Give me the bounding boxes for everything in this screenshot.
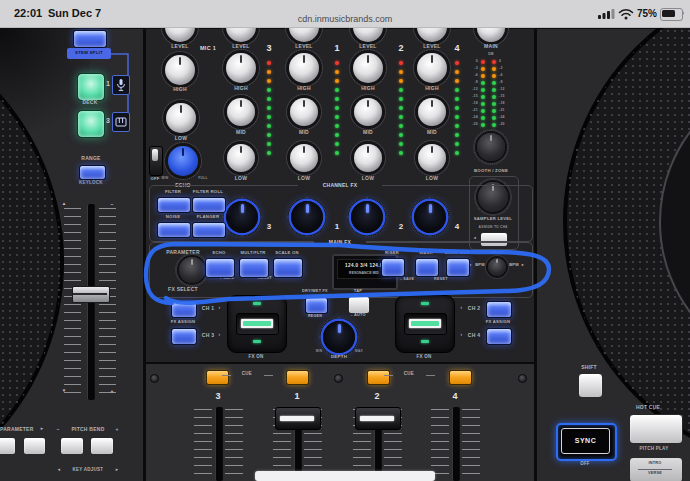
cue-button-2[interactable] <box>286 370 309 385</box>
fx-assign-ch1-button[interactable] <box>171 301 197 318</box>
channel-3-low-knob[interactable] <box>227 144 255 172</box>
eq-label: LEVEL <box>284 44 324 49</box>
fx-assign-ch3-button[interactable] <box>171 328 197 345</box>
booth-zone-knob[interactable] <box>477 133 505 161</box>
shift-button[interactable] <box>578 373 603 398</box>
main-fx-button-wash[interactable] <box>415 258 439 277</box>
shift-label: SHIFT <box>577 365 601 370</box>
mic-echo-knob[interactable] <box>168 146 198 176</box>
fader-number: 2 <box>369 392 385 401</box>
main-meter-led <box>481 116 485 120</box>
channel-2-high-knob[interactable] <box>353 53 383 83</box>
fx-on-paddle-left[interactable] <box>227 295 287 353</box>
channel-fader-3[interactable] <box>215 407 223 481</box>
meter-scale-label: -9 <box>466 81 478 85</box>
auto-label: – AUTO <box>344 314 372 318</box>
pitch-bend-minus-button[interactable] <box>60 437 84 455</box>
mic-high-knob[interactable] <box>165 55 195 85</box>
channel-fx-title: CHANNEL FX <box>298 183 382 188</box>
main-fx-title: MAIN FX <box>314 240 366 245</box>
deck-pad-1[interactable] <box>77 73 105 101</box>
meter-scale-label: -15 <box>466 95 478 99</box>
meter-scale-label: -6 <box>499 74 511 78</box>
parameter-right-button[interactable] <box>23 437 46 455</box>
channel-1-high-knob[interactable] <box>289 53 319 83</box>
dry-wet-fx-button[interactable] <box>305 297 328 314</box>
beat-knob[interactable] <box>488 258 506 276</box>
channel-fx-number: 3 <box>264 223 274 231</box>
range-button[interactable] <box>79 165 106 180</box>
channel-meter-led <box>335 133 339 137</box>
main-meter-led <box>481 60 485 64</box>
channel-3-high-knob[interactable] <box>226 53 256 83</box>
fader-handle[interactable] <box>355 407 401 430</box>
main-fx-button-echo[interactable] <box>205 258 235 278</box>
ch3-label: CH 3 <box>199 333 217 338</box>
pitch-fader-handle[interactable] <box>72 286 110 303</box>
eq-label: HIGH <box>221 86 261 91</box>
channel-fx-button-noise[interactable] <box>157 222 191 238</box>
main-meter-led <box>492 81 496 85</box>
main-fx-button-riser[interactable] <box>381 258 405 277</box>
channel-meter-led <box>455 151 459 155</box>
channel-2-mid-knob[interactable] <box>354 98 382 126</box>
deck-pad-1-number: 1 <box>104 80 112 87</box>
channel-2-low-knob[interactable] <box>354 144 382 172</box>
panel-seam <box>146 362 534 364</box>
dry-wet-fx-label: DRY/WET FX <box>293 290 337 294</box>
channel-4-mid-knob[interactable] <box>418 98 446 126</box>
channel-fx-button-flanger[interactable] <box>192 222 226 238</box>
ch2-arrow: ‹ <box>459 305 464 310</box>
fx-select-knob[interactable] <box>179 257 205 283</box>
pitch-bend-label: PITCH BEND <box>62 427 114 432</box>
crossfader-area[interactable] <box>255 471 435 481</box>
fx-assign-ch2-button[interactable] <box>486 301 512 318</box>
channel-3-mid-knob[interactable] <box>227 98 255 126</box>
channel-meter-led <box>399 142 403 146</box>
screw <box>518 374 527 383</box>
fx-on-label-left: FX ON <box>241 355 271 360</box>
deck-pad-3[interactable] <box>77 110 105 138</box>
channel-fx-button-filter-roll[interactable] <box>192 197 226 213</box>
fx-on-paddle-right[interactable] <box>395 295 455 353</box>
channel-fx-knob-2[interactable] <box>351 201 383 233</box>
meter-scale-label: -12 <box>499 88 511 92</box>
keyboard-mode-icon[interactable] <box>112 112 130 132</box>
hot-cue-button[interactable] <box>629 414 683 444</box>
channel-1-mid-knob[interactable] <box>290 98 318 126</box>
parameter-left-button[interactable] <box>0 437 16 455</box>
intro-verse-button[interactable]: INTRO VERSE <box>629 457 683 481</box>
url-text[interactable]: cdn.inmusicbrands.com <box>0 14 690 24</box>
mic-mode-icon[interactable] <box>112 75 130 95</box>
channel-meter-led <box>267 70 271 74</box>
fader-ticks <box>225 409 243 479</box>
mic-low-knob[interactable] <box>166 103 196 133</box>
channel-4-high-knob[interactable] <box>417 53 447 83</box>
channel-1-low-knob[interactable] <box>290 144 318 172</box>
channel-4-low-knob[interactable] <box>418 144 446 172</box>
cue-button-1[interactable] <box>206 370 229 385</box>
meter-scale-label: -24 <box>499 116 511 120</box>
mic-title: MIC 1 <box>195 46 221 52</box>
cue-button-3[interactable] <box>367 370 390 385</box>
stem-split-button[interactable] <box>73 30 107 48</box>
main-fx-button-scale-on[interactable] <box>273 258 303 278</box>
tap-button[interactable] <box>348 296 370 314</box>
pitch-play-label: PITCH PLAY <box>626 447 682 452</box>
fx-assign-ch4-button[interactable] <box>486 328 512 345</box>
pitch-bend-plus-button[interactable] <box>90 437 114 455</box>
channel-fx-knob-4[interactable] <box>414 201 446 233</box>
main-fx-button-echo-out[interactable] <box>446 258 470 277</box>
channel-fader-4[interactable] <box>452 407 460 481</box>
channel-fx-knob-1[interactable] <box>291 201 323 233</box>
channel-fx-button-filter[interactable] <box>157 197 191 213</box>
fader-handle[interactable] <box>275 407 321 430</box>
cue-button-4[interactable] <box>449 370 472 385</box>
sync-button[interactable]: SYNC <box>556 423 617 461</box>
mic-echo-switch[interactable] <box>149 146 163 176</box>
beat-label: BEAT <box>487 251 507 255</box>
depth-knob[interactable] <box>323 321 355 353</box>
meter-scale-label: -24 <box>466 116 478 120</box>
channel-fx-knob-3[interactable] <box>226 201 258 233</box>
main-fx-button-mult-fltr[interactable] <box>239 258 269 278</box>
